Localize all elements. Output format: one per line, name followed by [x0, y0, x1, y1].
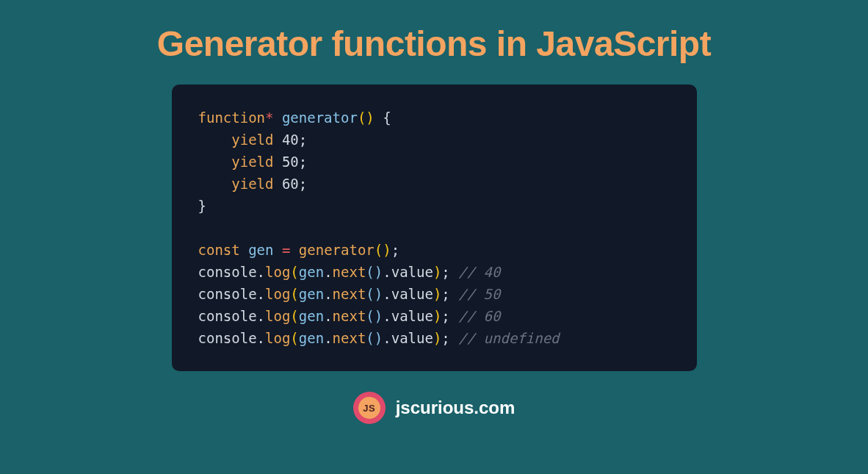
- code-line: console.log(gen.next().value); // 50: [198, 283, 670, 305]
- code-line: console.log(gen.next().value); // undefi…: [198, 327, 670, 349]
- code-line: yield 40;: [198, 129, 670, 151]
- footer: JS jscurious.com: [353, 392, 516, 424]
- site-name: jscurious.com: [396, 398, 516, 418]
- code-line: yield 50;: [198, 151, 670, 173]
- logo-text: JS: [358, 397, 380, 419]
- js-logo-icon: JS: [353, 392, 386, 424]
- code-line: yield 60;: [198, 173, 670, 195]
- code-line: console.log(gen.next().value); // 60: [198, 305, 670, 327]
- code-snippet: function* generator() { yield 40; yield …: [172, 85, 697, 371]
- code-line: function* generator() {: [198, 107, 670, 129]
- code-line: [198, 217, 670, 239]
- page-title: Generator functions in JavaScript: [157, 24, 711, 64]
- code-line: console.log(gen.next().value); // 40: [198, 261, 670, 283]
- code-line: }: [198, 195, 670, 217]
- code-line: const gen = generator();: [198, 239, 670, 261]
